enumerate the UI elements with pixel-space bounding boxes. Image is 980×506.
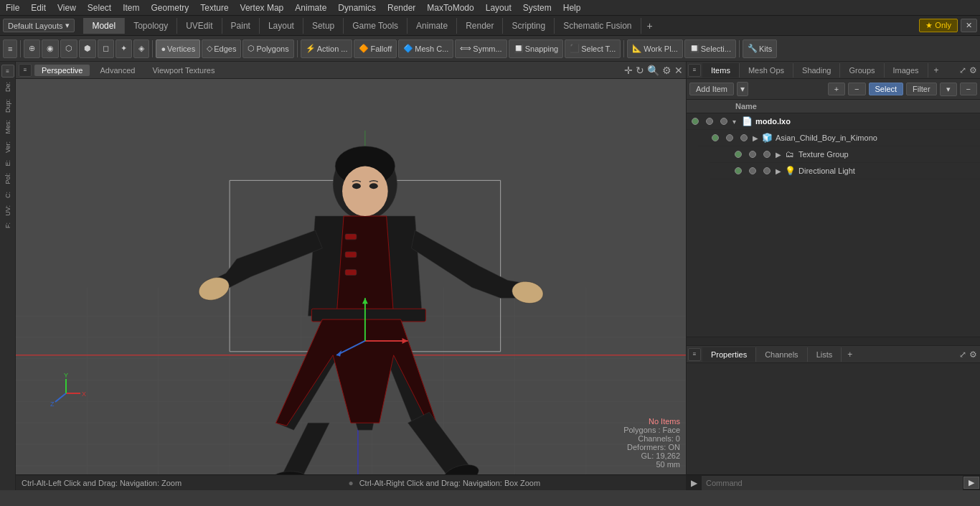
selecti-button[interactable]: 🔲 Selecti...: [684, 39, 736, 58]
props-tab-lists[interactable]: Lists: [808, 347, 842, 362]
vis-texture-group[interactable]: [732, 149, 744, 160]
tab-schematic-fusion[interactable]: Schematic Fusion: [555, 18, 641, 34]
menu-maxtomodo[interactable]: MaxToModo: [421, 1, 479, 14]
vis3-modo-lxo[interactable]: [718, 116, 730, 127]
vis2-asian-child[interactable]: [724, 132, 735, 144]
vis2-directional-light[interactable]: [747, 165, 758, 177]
vis-modo-lxo[interactable]: [689, 116, 701, 127]
toolbar-star-button[interactable]: ✦: [116, 39, 132, 58]
tab-render[interactable]: Render: [457, 18, 503, 34]
item-directional-light[interactable]: ▶ 💡 Directional Light: [710, 163, 980, 179]
menu-geometry[interactable]: Geometry: [146, 1, 195, 14]
menu-help[interactable]: Help: [557, 1, 587, 14]
vis3-texture-group[interactable]: [761, 149, 773, 160]
toolbar-diamond-button[interactable]: ◈: [133, 39, 149, 58]
tab-layout[interactable]: Layout: [260, 18, 303, 34]
kits-button[interactable]: 🔧 Kits: [743, 39, 777, 58]
tab-animate[interactable]: Animate: [407, 18, 457, 34]
vis2-texture-group[interactable]: [747, 149, 758, 160]
menu-file[interactable]: File: [0, 1, 25, 14]
panel-tab-items[interactable]: Items: [702, 63, 740, 78]
vis2-modo-lxo[interactable]: [704, 116, 715, 127]
tab-uvedit[interactable]: UVEdit: [177, 18, 222, 34]
polygons-button[interactable]: ⬡ Polygons: [242, 39, 293, 58]
action-button[interactable]: ⚡ Action ...: [301, 39, 353, 58]
vp-ctrl-rotate[interactable]: ↻: [636, 65, 644, 76]
symm-button[interactable]: ⟺ Symm...: [455, 39, 507, 58]
command-input[interactable]: [702, 476, 963, 490]
filter-button[interactable]: Filter: [906, 83, 936, 95]
menu-select[interactable]: Select: [82, 1, 117, 14]
tab-model[interactable]: Model: [83, 18, 125, 34]
add-tab-button[interactable]: +: [641, 17, 659, 34]
close-layout-button[interactable]: ✕: [961, 19, 977, 32]
toolbar-snap-button[interactable]: ⊕: [24, 39, 40, 58]
panel-tab-images[interactable]: Images: [885, 63, 928, 78]
toolbar-orbit-button[interactable]: ◉: [42, 39, 59, 58]
menu-layout[interactable]: Layout: [480, 1, 517, 14]
expand-asian-child[interactable]: ▶: [753, 134, 761, 142]
tab-setup[interactable]: Setup: [303, 18, 344, 34]
expand-modo-lxo[interactable]: ▾: [732, 118, 741, 126]
work-pl-button[interactable]: 📐 Work Pl...: [627, 39, 682, 58]
star-only-button[interactable]: ★ Only: [919, 19, 958, 32]
vp-ctrl-zoom[interactable]: 🔍: [647, 65, 659, 76]
menu-edit[interactable]: Edit: [25, 1, 52, 14]
vp-ctrl-move[interactable]: ✛: [624, 65, 633, 76]
viewport-header-toggle[interactable]: ≡: [19, 64, 32, 77]
panel-toggle[interactable]: ≡: [688, 64, 701, 77]
menu-vertex-map[interactable]: Vertex Map: [235, 1, 290, 14]
items-collapse-button[interactable]: ▾: [940, 83, 957, 96]
command-run-button[interactable]: ▶: [963, 477, 979, 489]
items-scrollbar[interactable]: [687, 337, 980, 345]
item-texture-group[interactable]: ▶ 🗂 Texture Group: [710, 146, 980, 163]
vp-ctrl-settings[interactable]: ⚙: [662, 65, 672, 76]
item-modo-lxo[interactable]: ▾ 📄 modo.lxo: [687, 113, 980, 130]
props-settings-icon[interactable]: ⚙: [969, 350, 977, 360]
vp-tab-viewport-textures[interactable]: Viewport Textures: [145, 65, 222, 76]
props-maximize-icon[interactable]: ⤢: [959, 350, 966, 360]
panel-maximize-icon[interactable]: ⤢: [959, 65, 966, 75]
items-minus-button[interactable]: −: [848, 83, 865, 95]
mesh-c-button[interactable]: 🔷 Mesh C...: [398, 39, 453, 58]
menu-item[interactable]: Item: [117, 1, 145, 14]
menu-animate[interactable]: Animate: [289, 1, 332, 14]
add-props-tab-button[interactable]: +: [842, 347, 858, 362]
add-item-button[interactable]: Add Item: [689, 83, 734, 95]
add-panel-tab-button[interactable]: +: [928, 62, 945, 78]
vis-directional-light[interactable]: [732, 165, 744, 177]
tab-scripting[interactable]: Scripting: [503, 18, 555, 34]
expand-texture-group[interactable]: ▶: [776, 151, 784, 159]
tab-paint[interactable]: Paint: [222, 18, 260, 34]
menu-view[interactable]: View: [52, 1, 82, 14]
vp-ctrl-close[interactable]: ✕: [674, 65, 683, 76]
select-t-button[interactable]: ⬛ Select T...: [565, 39, 621, 58]
panel-settings-icon[interactable]: ⚙: [969, 65, 977, 75]
select-button[interactable]: Select: [869, 83, 904, 95]
layout-dropdown[interactable]: Default Layouts ▾: [3, 19, 75, 32]
vis3-directional-light[interactable]: [761, 165, 773, 177]
tab-game-tools[interactable]: Game Tools: [344, 18, 407, 34]
add-item-dropdown-icon[interactable]: ▾: [737, 82, 748, 96]
panel-tab-shading[interactable]: Shading: [793, 63, 840, 78]
menu-render[interactable]: Render: [382, 1, 421, 14]
items-plus-button[interactable]: +: [828, 83, 845, 95]
vp-tab-perspective[interactable]: Perspective: [34, 65, 90, 76]
menu-system[interactable]: System: [517, 1, 557, 14]
expand-directional-light[interactable]: ▶: [776, 167, 784, 175]
item-asian-child[interactable]: ▶ 🧊 Asian_Child_Boy_in_Kimono: [698, 130, 980, 146]
toolbar-hex2-button[interactable]: ⬢: [79, 39, 96, 58]
vp-tab-advanced[interactable]: Advanced: [93, 65, 142, 76]
vertices-button[interactable]: ● Vertices: [156, 39, 200, 58]
vis-asian-child[interactable]: [710, 132, 721, 144]
vis3-asian-child[interactable]: [738, 132, 750, 144]
panel-tab-mesh-ops[interactable]: Mesh Ops: [740, 63, 793, 78]
viewport[interactable]: X Y Z No Items Polygons : Face Channels:…: [16, 79, 686, 474]
props-tab-properties[interactable]: Properties: [702, 347, 756, 362]
snapping-button[interactable]: 🔲 Snapping: [509, 39, 564, 58]
toolbar-menu-button[interactable]: ≡: [3, 39, 17, 58]
edges-button[interactable]: ◇ Edges: [202, 39, 241, 58]
sidebar-toggle[interactable]: ≡: [1, 65, 14, 78]
toolbar-square-button[interactable]: ◻: [98, 39, 114, 58]
items-expand-button[interactable]: −: [960, 83, 977, 95]
